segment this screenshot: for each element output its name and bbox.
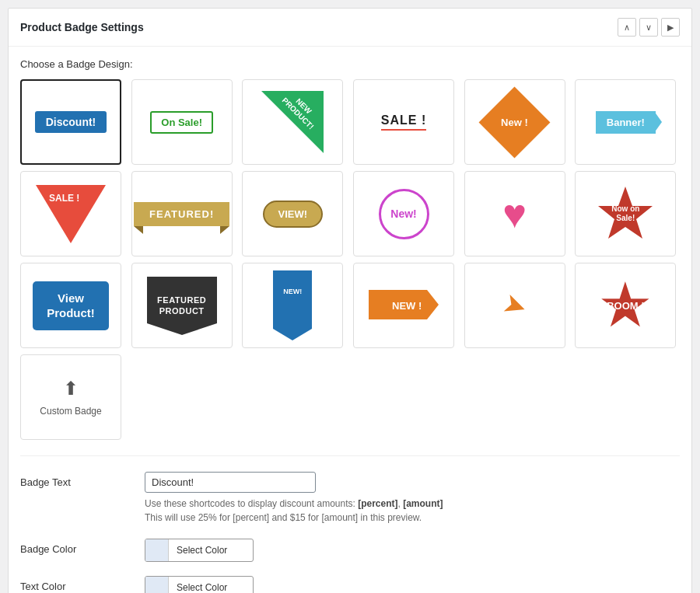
bluecorner-svg xyxy=(257,270,327,340)
badge-text-help: Use these shortcodes to display discount… xyxy=(145,497,680,525)
badge-redtriangle-text: SALE ! xyxy=(49,193,79,204)
help-text-1: Use these shortcodes to display discount… xyxy=(145,498,355,509)
badge-text-label: Badge Text xyxy=(20,472,129,488)
badge-saletext: SALE ! xyxy=(381,113,426,131)
badge-cell-viewproduct[interactable]: ViewProduct! xyxy=(20,263,121,348)
badge-newcircle: New! xyxy=(379,189,429,239)
badge-cell-featuredproduct[interactable]: FEATUREDPRODUCT xyxy=(131,263,233,348)
collapse-up-button[interactable]: ∧ xyxy=(618,18,636,37)
badge-cell-custom[interactable]: ⬆ Custom Badge xyxy=(20,354,121,440)
badge-boom: BOOM ! xyxy=(597,277,655,335)
newarrow-text: NEW ! xyxy=(392,300,422,312)
badge-newarrow: NEW ! xyxy=(369,290,439,322)
badge-nowonsale: Now onSale! xyxy=(594,183,656,245)
expand-button[interactable]: ▶ xyxy=(661,18,680,37)
text-color-button[interactable]: Select Color xyxy=(145,576,254,593)
badge-color-row: Badge Color Select Color xyxy=(20,539,680,562)
badge-cell-arrowicon[interactable]: ➤ xyxy=(464,263,565,348)
panel-header: Product Badge Settings ∧ ∨ ▶ xyxy=(9,9,691,47)
badge-newdiamond-text: New ! xyxy=(501,116,528,127)
badge-cell-boom[interactable]: BOOM ! xyxy=(575,263,676,348)
product-badge-settings-panel: Product Badge Settings ∧ ∨ ▶ Choose a Ba… xyxy=(8,8,692,593)
badge-color-field: Select Color xyxy=(145,539,680,562)
badge-cell-featuredribbon[interactable]: FEATURED! xyxy=(131,171,233,256)
badge-cell-discount[interactable]: Discount! xyxy=(20,79,121,165)
badge-viewoval: VIEW! xyxy=(263,201,324,228)
shortcode-percent: [percent] xyxy=(358,498,397,509)
badge-cell-nowonsale[interactable]: Now onSale! xyxy=(575,171,676,256)
badge-text-field: Use these shortcodes to display discount… xyxy=(145,472,680,525)
badge-onsale: On Sale! xyxy=(150,111,213,134)
badge-cell-newarrow[interactable]: NEW ! xyxy=(353,263,454,348)
help-text-2: This will use 25% for [percent] and $15 … xyxy=(145,512,422,523)
text-color-swatch xyxy=(145,577,169,593)
badge-boom-text: BOOM ! xyxy=(607,300,644,312)
panel-body: Choose a Badge Design: Discount! On Sale… xyxy=(9,47,691,593)
svg-marker-2 xyxy=(273,270,312,340)
badge-newproduct: NEW PRODUCT! xyxy=(261,91,324,153)
featuredproduct-text: FEATUREDPRODUCT xyxy=(157,295,206,317)
text-color-field: Select Color xyxy=(145,576,680,593)
bluecorner-text: NEW! xyxy=(264,288,321,295)
badge-color-button[interactable]: Select Color xyxy=(145,539,254,562)
badge-custom: ⬆ Custom Badge xyxy=(40,378,101,417)
settings-form: Badge Text Use these shortcodes to displ… xyxy=(20,455,680,593)
badge-cell-banner[interactable]: Banner! xyxy=(575,79,676,165)
badge-cell-onsale[interactable]: On Sale! xyxy=(131,79,233,165)
badge-redtriangle: SALE ! xyxy=(36,185,106,243)
badge-heart: ♥ xyxy=(502,194,527,234)
badge-cell-bluecorner[interactable]: NEW! xyxy=(242,263,343,348)
badge-color-btn-label: Select Color xyxy=(169,541,253,560)
text-color-row: Text Color Select Color xyxy=(20,576,680,593)
badge-bluecorner: NEW! xyxy=(257,270,327,340)
badge-viewproduct: ViewProduct! xyxy=(33,281,109,330)
badge-cell-viewoval[interactable]: VIEW! xyxy=(242,171,343,256)
panel-title: Product Badge Settings xyxy=(20,21,144,33)
upload-icon: ⬆ xyxy=(63,378,79,399)
badge-cell-newproduct[interactable]: NEW PRODUCT! xyxy=(242,79,343,165)
badge-grid: Discount! On Sale! NEW PRODUCT! SALE ! N… xyxy=(20,79,680,440)
shortcode-amount: [amount] xyxy=(403,498,443,509)
collapse-down-button[interactable]: ∨ xyxy=(639,18,658,37)
badge-cell-heart[interactable]: ♥ xyxy=(464,171,565,256)
nowonsale-text: Now onSale! xyxy=(611,204,639,223)
badge-newdiamond: New ! xyxy=(479,86,551,158)
badge-discount: Discount! xyxy=(35,111,107,133)
badge-text-input[interactable] xyxy=(145,472,316,493)
badge-newproduct-text: NEW PRODUCT! xyxy=(280,89,320,130)
badge-cell-redtriangle[interactable]: SALE ! xyxy=(20,171,121,256)
badge-arrowicon: ➤ xyxy=(498,286,531,325)
badge-cell-newdiamond[interactable]: New ! xyxy=(464,79,565,165)
section-label: Choose a Badge Design: xyxy=(20,58,680,70)
badge-cell-newcircle[interactable]: New! xyxy=(353,171,454,256)
badge-featuredribbon: FEATURED! xyxy=(134,202,229,226)
badge-color-label: Badge Color xyxy=(20,539,129,555)
text-color-btn-label: Select Color xyxy=(169,578,253,593)
badge-text-row: Badge Text Use these shortcodes to displ… xyxy=(20,472,680,525)
badge-cell-saletext[interactable]: SALE ! xyxy=(353,79,454,165)
text-color-label: Text Color xyxy=(20,576,129,592)
badge-color-swatch xyxy=(145,539,169,561)
badge-banner: Banner! xyxy=(596,111,656,134)
panel-controls: ∧ ∨ ▶ xyxy=(618,18,680,37)
custom-badge-label: Custom Badge xyxy=(40,406,101,417)
